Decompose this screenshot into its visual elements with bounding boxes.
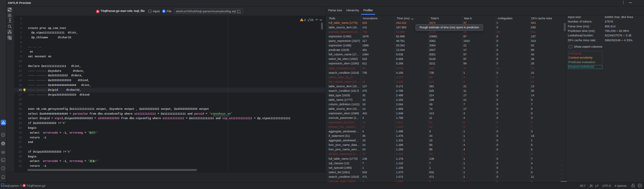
- svg-text:A: A: [97, 10, 99, 13]
- svg-text:A: A: [2, 142, 4, 145]
- svg-text:A: A: [23, 184, 25, 186]
